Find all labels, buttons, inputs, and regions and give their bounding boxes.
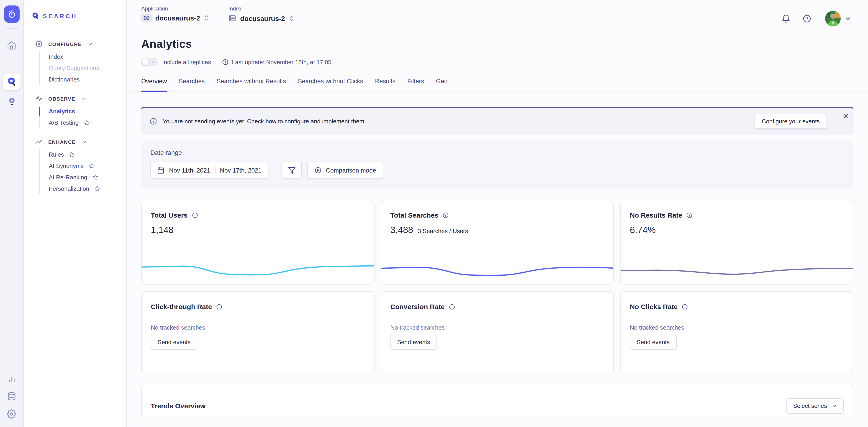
chevron-down-icon — [81, 96, 87, 101]
search-logo-text: SEARCH — [43, 12, 78, 19]
sidebar-section-observe-header[interactable]: OBSERVE — [35, 95, 126, 102]
star-icon[interactable] — [89, 163, 95, 169]
application-selector[interactable]: Application D2 docusaurus-2 — [141, 5, 209, 22]
trends-title: Trends Overview — [151, 402, 206, 410]
tab-geo[interactable]: Geo — [436, 78, 447, 92]
tab-results[interactable]: Results — [375, 78, 396, 92]
star-icon[interactable] — [84, 120, 90, 126]
info-icon[interactable] — [443, 212, 449, 218]
bell-icon[interactable] — [781, 14, 790, 23]
chevron-down-icon[interactable] — [844, 15, 851, 22]
card-click-through-rate: Click-through Rate No tracked searches S… — [141, 291, 374, 373]
sidebar-item-rules[interactable]: Rules — [40, 149, 126, 160]
tab-overview[interactable]: Overview — [141, 78, 167, 92]
sidebar-section-observe: OBSERVE Analytics A/B Testing — [35, 95, 126, 128]
include-replicas-toggle[interactable]: ✕ — [141, 58, 158, 66]
bar-chart-icon[interactable] — [7, 374, 16, 383]
sidebar-item-index[interactable]: Index — [40, 51, 126, 62]
sidebar-item-ab-testing[interactable]: A/B Testing — [40, 117, 126, 128]
filter-funnel-icon[interactable] — [282, 162, 302, 179]
sidebar-section-configure-header[interactable]: CONFIGURE — [35, 40, 126, 47]
send-events-button[interactable]: Send events — [390, 335, 437, 350]
date-range-label: Date range — [150, 149, 844, 156]
recommend-bulb-icon[interactable] — [7, 97, 16, 106]
play-circle-icon — [314, 167, 322, 174]
card-no-results-rate: No Results Rate 6.74% — [620, 201, 854, 285]
card-title: Total Users — [151, 211, 187, 219]
star-icon[interactable] — [94, 186, 100, 192]
comparison-mode-button[interactable]: Comparison mode — [307, 162, 383, 179]
star-icon[interactable] — [69, 152, 75, 158]
info-icon — [150, 117, 157, 125]
date-range-panel: Date range Nov 11th, 2021 Nov 17th, 2021 — [141, 141, 854, 189]
card-title: Click-through Rate — [151, 303, 212, 310]
section-label: OBSERVE — [48, 96, 75, 101]
select-series-button[interactable]: Select series — [786, 398, 844, 414]
toggle-knob — [142, 59, 149, 65]
sidebar-section-enhance-header[interactable]: ENHANCE — [35, 138, 126, 145]
divider — [6, 28, 18, 29]
date-range-button[interactable]: Nov 11th, 2021 Nov 17th, 2021 — [150, 162, 268, 179]
gear-icon — [35, 40, 42, 47]
stepper-icon[interactable] — [289, 15, 294, 22]
database-icon[interactable] — [7, 392, 17, 401]
sidebar-item-query-suggestions[interactable]: Query Suggestions — [40, 62, 126, 74]
date-range-start: Nov 11th, 2021 — [169, 167, 210, 174]
sidebar-item-analytics[interactable]: Analytics — [40, 106, 126, 117]
card-value: 6.74% — [630, 225, 656, 235]
sidebar-section-enhance: ENHANCE Rules AI Synonyms AI R — [35, 138, 126, 194]
star-icon[interactable] — [92, 174, 98, 180]
index-label: Index — [228, 5, 294, 12]
sidebar-item-ai-re-ranking[interactable]: AI Re-Ranking — [40, 172, 126, 183]
info-icon[interactable] — [686, 212, 693, 218]
help-icon[interactable] — [802, 14, 811, 23]
card-conversion-rate: Conversion Rate No tracked searches Send… — [381, 291, 614, 373]
content: You are not sending events yet. Check ho… — [127, 92, 868, 418]
include-replicas-label: Include all replicas — [162, 59, 211, 65]
sidebar-item-label: Personalization — [49, 185, 89, 192]
sidebar-nav: CONFIGURE Index Query Suggestions Dictio… — [24, 32, 126, 204]
card-total-users: Total Users 1,148 — [141, 201, 374, 285]
close-icon[interactable] — [842, 113, 849, 119]
send-events-button[interactable]: Send events — [630, 335, 677, 350]
sparkline-total-searches — [381, 260, 613, 281]
timer-icon[interactable] — [4, 5, 19, 23]
sidebar-item-label: A/B Testing — [49, 119, 79, 126]
application-badge: D2 — [141, 14, 152, 22]
tab-searches-without-results[interactable]: Searches without Results — [217, 78, 286, 92]
comparison-mode-label: Comparison mode — [326, 167, 376, 174]
sidebar: SEARCH CONFIGURE — [24, 0, 127, 427]
info-icon[interactable] — [449, 303, 455, 310]
home-icon[interactable] — [7, 40, 17, 50]
sidebar-item-label: Query Suggestions — [49, 65, 99, 71]
sidebar-item-label: Analytics — [49, 108, 75, 115]
tab-searches[interactable]: Searches — [179, 78, 205, 92]
send-events-button[interactable]: Send events — [151, 335, 197, 350]
clock-icon — [222, 59, 229, 65]
search-icon[interactable] — [3, 73, 20, 90]
info-icon[interactable] — [192, 212, 198, 218]
sidebar-item-ai-synonyms[interactable]: AI Synonyms — [40, 160, 126, 172]
sidebar-item-label: Index — [49, 53, 63, 60]
tab-searches-without-clicks[interactable]: Searches without Clicks — [298, 78, 363, 92]
calendar-icon — [157, 167, 164, 174]
empty-state-text: No tracked searches — [151, 324, 365, 331]
index-value: docusaurus-2 — [240, 14, 285, 22]
sidebar-item-label: Dictionaries — [49, 76, 80, 83]
sidebar-item-dictionaries[interactable]: Dictionaries — [40, 74, 126, 85]
tab-filters[interactable]: Filters — [407, 78, 424, 92]
stepper-icon[interactable] — [204, 14, 209, 22]
sidebar-item-personalization[interactable]: Personalization — [40, 183, 126, 194]
section-label: CONFIGURE — [48, 41, 82, 47]
index-selector[interactable]: Index docusaurus-2 — [228, 5, 294, 22]
info-icon[interactable] — [682, 303, 688, 310]
events-banner: You are not sending events yet. Check ho… — [141, 107, 854, 134]
search-logo[interactable]: SEARCH — [24, 0, 126, 32]
topbar-right — [781, 11, 851, 26]
banner-message: You are not sending events yet. Check ho… — [163, 118, 366, 125]
info-icon[interactable] — [216, 303, 222, 310]
configure-events-button[interactable]: Configure your events — [754, 113, 827, 129]
pulse-icon — [35, 95, 42, 102]
avatar[interactable] — [825, 11, 841, 26]
gear-icon[interactable] — [7, 409, 17, 419]
